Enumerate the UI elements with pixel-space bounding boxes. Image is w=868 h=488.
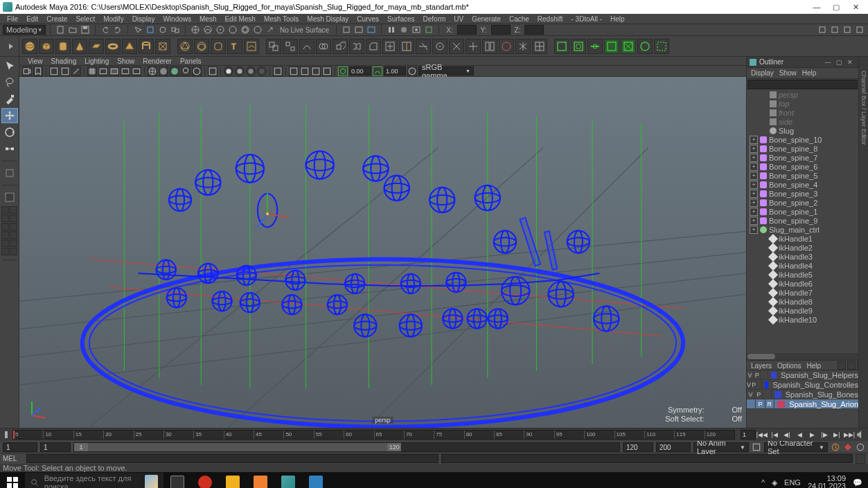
poly-pipe-icon[interactable] [139,39,154,54]
outliner-close-button[interactable]: ✕ [844,58,856,66]
make-live-icon[interactable] [265,24,276,35]
smooth-icon[interactable] [299,39,315,54]
outliner-item-bone_spine_4[interactable]: +Bone_spine_4 [747,180,858,189]
taskbar-app-5[interactable] [302,472,330,488]
light-editor-icon[interactable] [423,24,434,35]
vp-grease-icon[interactable] [71,66,81,76]
anim-layer-icon[interactable] [752,442,761,452]
layout-three-button[interactable] [10,215,17,222]
outliner-item-bone_spine_5[interactable]: +Bone_spine_5 [747,171,858,180]
command-input[interactable] [26,454,439,463]
toggle-attribute-editor-icon[interactable] [817,24,828,35]
character-set-combo[interactable]: No Character Set▼ [764,442,828,452]
select-object-icon[interactable] [145,24,156,35]
vp-image-plane-icon[interactable] [49,66,59,76]
outliner-item-persp[interactable]: persp [747,90,858,99]
hypershade-icon[interactable] [398,24,409,35]
viewport-menu-renderer[interactable]: Renderer [139,57,176,65]
quad-draw-icon[interactable] [532,39,547,54]
window-maximize-button[interactable]: ▢ [826,1,846,13]
bridge-icon[interactable] [349,39,364,54]
layout-graph-button[interactable] [10,240,17,247]
last-tool-button[interactable] [1,165,18,181]
crease-hard-icon[interactable] [621,39,636,54]
outliner-item-ikhandle5[interactable]: ikHandle5 [747,270,858,279]
outliner-minimize-button[interactable]: — [822,58,833,66]
layout-two-side-button[interactable] [10,206,17,214]
detach-icon[interactable] [482,39,497,54]
step-forward-frame-button[interactable]: |▶ [818,430,831,440]
x-field[interactable] [457,25,477,35]
rotate-tool-button[interactable] [1,125,18,140]
expand-toggle[interactable]: + [750,136,758,144]
snap-curve-icon[interactable] [202,24,213,35]
vp-ssao-icon[interactable] [289,66,299,76]
viewport-menu-lighting[interactable]: Lighting [80,57,113,65]
separate-icon[interactable] [283,39,298,54]
layout-custom3-button[interactable] [1,231,9,239]
range-end-field[interactable] [656,442,691,452]
viewport-menu-view[interactable]: View [24,57,47,65]
outliner-item-top[interactable]: top [747,99,858,108]
vp-light-selected-icon[interactable] [246,66,256,76]
taskbar-app-2[interactable] [219,472,247,488]
outliner-item-ikhandle1[interactable]: ikHandle1 [747,234,858,243]
go-to-start-button[interactable]: |◀◀ [756,430,768,440]
append-icon[interactable] [382,39,398,54]
vp-wireframe-icon[interactable] [148,66,157,76]
vp-light-none-icon[interactable] [257,66,267,76]
vp-motion-blur-icon[interactable] [300,66,310,76]
outliner-item-ikhandle10[interactable]: ikHandle10 [747,315,858,324]
layout-outliner-button[interactable] [1,240,9,247]
outliner-item-ikhandle2[interactable]: ikHandle2 [747,243,858,252]
poly-pyramid-icon[interactable] [122,39,137,54]
crease-smooth-icon[interactable] [637,39,653,54]
soccer-icon[interactable] [194,39,209,54]
extrude-icon[interactable] [333,39,348,54]
new-scene-icon[interactable] [55,24,66,35]
step-forward-key-button[interactable]: ▶| [831,430,843,440]
outliner-item-ikhandle4[interactable]: ikHandle4 [747,261,858,270]
layers-menu-options[interactable]: Options [777,362,801,370]
outliner-item-bone_spine_2[interactable]: +Bone_spine_2 [747,198,858,207]
outliner-item-bone_spine_7[interactable]: +Bone_spine_7 [747,153,858,162]
layer-color-swatch[interactable] [777,401,785,408]
open-scene-icon[interactable] [67,24,78,35]
snap-grid-icon[interactable] [190,24,201,35]
target-weld-icon[interactable] [432,39,448,54]
main-menu-help[interactable]: Help [606,15,629,23]
viewport-menu-panels[interactable]: Panels [176,57,206,65]
z-field[interactable] [524,25,544,35]
main-menu-mesh[interactable]: Mesh [195,15,220,23]
snap-live-icon[interactable] [252,24,263,35]
svg-icon[interactable] [244,39,259,54]
layer-type-toggle[interactable]: R [765,399,774,408]
tray-notifications-icon[interactable]: 💬 [853,478,862,487]
task-view-button[interactable] [163,472,191,488]
expand-toggle[interactable]: + [750,145,758,153]
layer-vis-toggle[interactable] [747,399,756,408]
move-tool-button[interactable] [1,108,18,123]
layer-type-toggle[interactable] [763,390,772,399]
vp-exposure-field[interactable] [349,66,371,75]
expand-toggle[interactable]: + [750,217,758,225]
layout-uv-button[interactable] [10,248,17,255]
taskbar-search[interactable]: Введите здесь текст для поиска [25,473,163,488]
expand-toggle[interactable]: + [750,208,758,216]
main-menu-create[interactable]: Create [42,15,71,23]
tray-language-indicator[interactable]: ENG [784,478,801,487]
outliner-item-slug_main_ctrl[interactable]: +Slug_main_ctrl [747,225,858,234]
outliner-item-ikhandle8[interactable]: ikHandle8 [747,297,858,306]
outliner-menu-help[interactable]: Help [802,69,817,77]
viewport-menu-show[interactable]: Show [113,57,139,65]
poly-type-icon[interactable]: T [227,39,242,54]
main-menu-mesh-tools[interactable]: Mesh Tools [260,15,303,23]
y-field[interactable] [491,25,511,35]
tray-clock[interactable]: 13:09 24.01.2023 [808,475,846,488]
snap-projected-icon[interactable] [227,24,238,35]
layer-vis-toggle[interactable]: V [747,370,754,379]
time-slider-start-icon[interactable] [3,431,10,439]
render-settings-icon[interactable] [386,24,397,35]
render-frame-icon[interactable] [353,24,364,35]
tray-chevron-up-icon[interactable]: ^ [761,478,765,487]
